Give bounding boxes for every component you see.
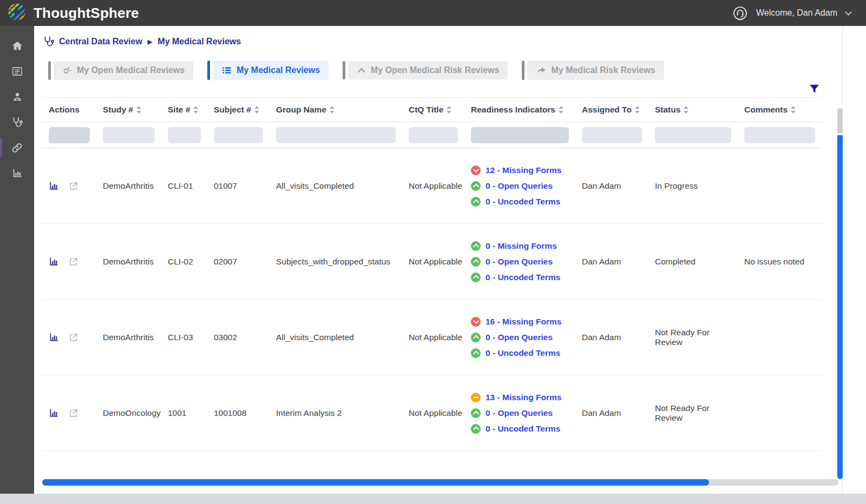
sort-icon[interactable] <box>193 106 198 114</box>
horizontal-scrollbar-thumb[interactable] <box>42 479 709 486</box>
table-body: DemoArthritisCLI-0101007All_visits_Compl… <box>42 148 822 473</box>
study-cell: DemoArthritis <box>96 181 161 191</box>
tab-my-medical-reviews[interactable]: My Medical Reviews <box>207 61 329 80</box>
sidebar-item-bar-chart[interactable] <box>0 163 34 183</box>
bar-chart-action-icon[interactable] <box>49 408 59 418</box>
filter-cell <box>738 127 822 143</box>
brand: ThoughtSphere <box>0 2 139 24</box>
indicator-link[interactable]: 0 - Missing Forms <box>486 241 557 251</box>
column-header-subject[interactable]: Subject # <box>207 105 270 115</box>
sidebar-item-form-list[interactable] <box>0 61 34 82</box>
study-cell: DemoOncology <box>96 408 161 418</box>
sort-icon[interactable] <box>330 106 334 114</box>
column-header-assigned-to[interactable]: Assigned To <box>575 105 648 115</box>
external-link-icon[interactable] <box>69 257 78 267</box>
tab-label: My Open Medical Reviews <box>77 65 185 75</box>
status-cell: Completed <box>648 257 738 267</box>
sort-icon[interactable] <box>254 106 259 114</box>
breadcrumb-central-data-review[interactable]: Central Data Review <box>59 37 142 47</box>
svg-text:ID: ID <box>16 98 18 101</box>
filter-funnel-icon[interactable] <box>809 84 819 96</box>
tab-my-medical-risk-reviews[interactable]: My Medical Risk Reviews <box>522 61 664 80</box>
sort-icon[interactable] <box>136 106 141 114</box>
actions-cell <box>42 256 96 267</box>
tab-accent-bar <box>522 61 524 80</box>
indicator-link[interactable]: 0 - Open Queries <box>486 333 553 342</box>
indicator-link[interactable]: 0 - Uncoded Terms <box>486 348 560 358</box>
assigned-to-cell: Dan Adam <box>575 257 648 267</box>
filter-input-assigned-to[interactable] <box>582 127 642 143</box>
tab-my-open-medical-reviews[interactable]: My Open Medical Reviews <box>48 61 193 80</box>
column-header-comments[interactable]: Comments <box>738 105 822 115</box>
filter-input-subject[interactable] <box>214 127 263 143</box>
vertical-scrollbar-track-fill[interactable] <box>837 135 843 479</box>
indicator-chevron-up-icon <box>471 348 481 358</box>
indicator-link[interactable]: 0 - Uncoded Terms <box>486 273 560 282</box>
indicator-link[interactable]: 0 - Uncoded Terms <box>486 197 560 207</box>
sidebar-item-user[interactable]: ID <box>0 87 34 107</box>
ctq-title-cell: Not Applicable <box>402 408 464 418</box>
readiness-indicators-cell: 0 - Missing Forms0 - Open Queries0 - Unc… <box>464 241 575 282</box>
chevron-up-icon <box>357 65 366 75</box>
table-row: 23 - Missing Forms <box>42 451 822 473</box>
welcome-user-label[interactable]: Welcome, Dan Adam <box>756 8 837 18</box>
actions-cell <box>42 332 96 342</box>
indicator-link[interactable]: 16 - Missing Forms <box>486 317 561 327</box>
bottom-strip <box>0 494 866 504</box>
comments-cell: No issues noted <box>738 257 822 267</box>
breadcrumb: Central Data Review ▶ My Medical Reviews <box>34 26 842 48</box>
user-menu-chevron-down-icon[interactable] <box>845 9 852 16</box>
tab-my-open-medical-risk-reviews[interactable]: My Open Medical Risk Reviews <box>343 61 508 79</box>
column-header-status[interactable]: Status <box>648 105 738 115</box>
bar-chart-action-icon[interactable] <box>49 181 59 191</box>
sidebar-item-home[interactable] <box>0 36 34 56</box>
breadcrumb-my-medical-reviews[interactable]: My Medical Reviews <box>158 37 241 47</box>
assigned-to-cell: Dan Adam <box>575 333 648 342</box>
readiness-indicator: 0 - Open Queries <box>471 181 575 191</box>
external-link-icon[interactable] <box>69 408 78 418</box>
column-header-group-name[interactable]: Group Name <box>270 105 402 115</box>
indicator-link[interactable]: 0 - Uncoded Terms <box>486 424 560 434</box>
table-row: DemoOncology10011001008Interim Analysis … <box>42 375 822 451</box>
vertical-scrollbar-thumb[interactable] <box>837 108 843 134</box>
bar-chart-action-icon[interactable] <box>49 332 59 342</box>
filter-input-comments[interactable] <box>744 127 815 143</box>
filter-input-ctq-title[interactable] <box>409 127 458 143</box>
bar-chart-action-icon[interactable] <box>49 256 59 267</box>
filter-input-actions[interactable] <box>49 127 90 143</box>
column-label: Status <box>655 105 680 115</box>
sidebar-item-stethoscope[interactable] <box>0 112 34 132</box>
vertical-scrollbar[interactable] <box>837 108 843 479</box>
indicator-link[interactable]: 0 - Open Queries <box>486 181 553 191</box>
filter-input-site[interactable] <box>168 127 201 143</box>
support-headset-icon[interactable] <box>733 6 747 21</box>
indicator-link[interactable]: 12 - Missing Forms <box>486 165 561 175</box>
filter-input-status[interactable] <box>655 127 731 143</box>
indicator-link[interactable]: 13 - Missing Forms <box>486 393 561 402</box>
filter-input-readiness-indicators[interactable] <box>471 127 569 143</box>
external-link-icon[interactable] <box>69 333 78 342</box>
sort-icon[interactable] <box>447 106 451 114</box>
sort-icon[interactable] <box>791 106 796 114</box>
sort-icon[interactable] <box>635 106 640 114</box>
indicator-link[interactable]: 0 - Open Queries <box>486 257 553 267</box>
indicator-link[interactable]: 0 - Open Queries <box>486 408 553 418</box>
readiness-indicator: 0 - Uncoded Terms <box>471 424 575 434</box>
column-header-site[interactable]: Site # <box>161 105 207 115</box>
readiness-indicator: 0 - Uncoded Terms <box>471 273 575 282</box>
indicator-chevron-up-icon <box>471 408 481 418</box>
sort-icon[interactable] <box>559 106 563 114</box>
filter-input-group-name[interactable] <box>276 127 396 143</box>
sort-icon[interactable] <box>684 106 688 114</box>
actions-cell <box>42 408 96 418</box>
ctq-title-cell: Not Applicable <box>402 181 464 191</box>
external-link-icon[interactable] <box>69 181 78 191</box>
readiness-indicator: 0 - Missing Forms <box>471 241 575 251</box>
filter-input-study[interactable] <box>103 127 155 143</box>
column-header-study[interactable]: Study # <box>96 105 161 115</box>
column-header-readiness-indicators[interactable]: Readiness Indicators <box>464 105 575 115</box>
column-header-ctq-title[interactable]: CtQ Title <box>402 105 464 115</box>
readiness-indicator: 0 - Open Queries <box>471 257 575 267</box>
horizontal-scrollbar[interactable] <box>42 479 838 486</box>
sidebar-item-link[interactable] <box>0 137 34 158</box>
